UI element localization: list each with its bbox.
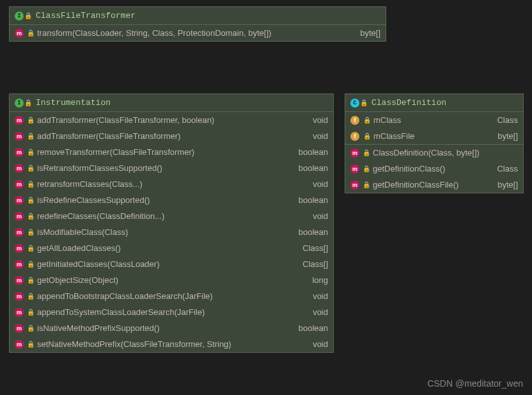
- class-title: ClassDefinition: [372, 98, 446, 108]
- member-signature: getInitiatedClasses(ClassLoader): [37, 259, 293, 269]
- lock-icon: 🔒: [27, 341, 35, 348]
- lock-icon: 🔒: [363, 181, 370, 188]
- member-row: f🔒mClassFilebyte[]: [345, 128, 523, 144]
- member-return-type: Class[]: [302, 259, 328, 269]
- member-return-type: void: [313, 339, 328, 349]
- member-row: m🔒isNativeMethodPrefixSupported()boolean: [10, 320, 333, 336]
- member-return-type: void: [313, 291, 328, 301]
- method-icon: m: [15, 260, 24, 269]
- method-icon: m: [15, 148, 24, 157]
- member-signature: removeTransformer(ClassFileTransformer): [37, 147, 290, 157]
- member-row: m🔒addTransformer(ClassFileTransformer, b…: [10, 112, 333, 128]
- member-row: m🔒isModifiableClass(Class)boolean: [10, 224, 333, 240]
- class-header: I🔒ClassFileTransformer: [10, 7, 386, 25]
- lock-icon: 🔒: [27, 133, 35, 140]
- method-icon: m: [15, 276, 24, 285]
- member-return-type: Class[]: [302, 243, 328, 253]
- members-list: m🔒transform(ClassLoader, String, Class, …: [10, 25, 386, 41]
- member-signature: isRedefineClassesSupported(): [37, 195, 290, 205]
- member-row: m🔒setNativeMethodPrefix(ClassFileTransfo…: [10, 336, 333, 352]
- interface-icon: I: [15, 99, 24, 108]
- interface-icon: I: [15, 12, 24, 20]
- member-row: m🔒getDefinitionClassFile()byte[]: [345, 177, 523, 193]
- method-icon: m: [15, 164, 24, 173]
- member-signature: mClassFile: [373, 131, 489, 141]
- member-row: m🔒transform(ClassLoader, String, Class, …: [10, 25, 386, 41]
- member-return-type: void: [313, 115, 328, 125]
- members-list: m🔒addTransformer(ClassFileTransformer, b…: [10, 112, 333, 352]
- class-header: I🔒Instrumentation: [10, 94, 333, 112]
- method-icon: m: [15, 324, 24, 333]
- class-box-classfiletransformer: I🔒ClassFileTransformerm🔒transform(ClassL…: [9, 6, 386, 42]
- member-row: m🔒retransformClasses(Class...)void: [10, 176, 333, 192]
- member-return-type: boolean: [299, 163, 328, 173]
- lock-icon: 🔒: [27, 309, 35, 316]
- method-icon: m: [15, 308, 24, 317]
- member-signature: getAllLoadedClasses(): [37, 243, 293, 253]
- member-return-type: boolean: [299, 323, 328, 333]
- lock-icon: 🔒: [27, 165, 35, 172]
- method-icon: m: [350, 149, 359, 157]
- class-title: Instrumentation: [36, 98, 111, 108]
- watermark: CSDN @meditator_wen: [427, 378, 523, 389]
- lock-icon: 🔒: [27, 261, 35, 268]
- lock-icon: 🔒: [27, 117, 35, 124]
- member-signature: retransformClasses(Class...): [37, 179, 304, 189]
- member-return-type: void: [313, 211, 328, 221]
- member-row: f🔒mClassClass: [345, 112, 523, 128]
- member-return-type: byte[]: [497, 131, 518, 141]
- member-signature: isNativeMethodPrefixSupported(): [37, 323, 290, 333]
- member-row: m🔒isRetransformClassesSupported()boolean: [10, 160, 333, 176]
- member-signature: getDefinitionClassFile(): [373, 180, 489, 189]
- member-signature: getDefinitionClass(): [373, 164, 488, 173]
- method-icon: m: [15, 116, 24, 125]
- method-icon: m: [15, 29, 24, 38]
- class-box-classdefinition: C🔒ClassDefinitionf🔒mClassClassf🔒mClassFi…: [345, 93, 524, 193]
- member-return-type: void: [313, 179, 328, 189]
- method-icon: m: [350, 165, 359, 173]
- method-icon: m: [15, 244, 24, 253]
- member-return-type: boolean: [299, 147, 328, 157]
- member-signature: getObjectSize(Object): [37, 275, 303, 285]
- lock-icon: 🔒: [27, 197, 35, 204]
- member-signature: ClassDefinition(Class, byte[]): [373, 148, 518, 157]
- method-icon: m: [15, 196, 24, 205]
- method-icon: m: [15, 212, 24, 221]
- method-icon: m: [15, 180, 24, 189]
- lock-icon: 🔒: [27, 293, 35, 300]
- member-signature: appendToBootstrapClassLoaderSearch(JarFi…: [37, 291, 304, 301]
- method-icon: m: [15, 228, 24, 237]
- member-signature: isModifiableClass(Class): [37, 227, 290, 237]
- member-row: m🔒appendToBootstrapClassLoaderSearch(Jar…: [10, 288, 333, 304]
- member-return-type: boolean: [299, 195, 328, 205]
- member-signature: mClass: [373, 115, 488, 125]
- member-return-type: Class: [497, 164, 518, 173]
- member-row: m🔒appendToSystemClassLoaderSearch(JarFil…: [10, 304, 333, 320]
- lock-icon: 🔒: [24, 99, 32, 107]
- members-list: f🔒mClassClassf🔒mClassFilebyte[]m🔒ClassDe…: [345, 112, 523, 193]
- member-signature: appendToSystemClassLoaderSearch(JarFile): [37, 307, 304, 317]
- member-signature: setNativeMethodPrefix(ClassFileTransform…: [37, 339, 304, 349]
- field-icon: f: [350, 116, 359, 125]
- member-row: m🔒addTransformer(ClassFileTransformer)vo…: [10, 128, 333, 144]
- member-row: m🔒getDefinitionClass()Class: [345, 161, 523, 177]
- member-signature: addTransformer(ClassFileTransformer, boo…: [37, 115, 304, 125]
- lock-icon: 🔒: [360, 99, 368, 107]
- member-row: m🔒getInitiatedClasses(ClassLoader)Class[…: [10, 256, 333, 272]
- member-row: m🔒getObjectSize(Object)long: [10, 272, 333, 288]
- member-signature: redefineClasses(ClassDefinition...): [37, 211, 304, 221]
- class-title: ClassFileTransformer: [36, 11, 136, 20]
- member-return-type: Class: [497, 115, 518, 125]
- class-icon: C: [350, 99, 359, 108]
- lock-icon: 🔒: [27, 213, 35, 220]
- member-row: m🔒getAllLoadedClasses()Class[]: [10, 240, 333, 256]
- member-return-type: byte[]: [360, 28, 380, 38]
- member-row: m🔒ClassDefinition(Class, byte[]): [345, 145, 523, 161]
- member-row: m🔒redefineClasses(ClassDefinition...)voi…: [10, 208, 333, 224]
- lock-icon: 🔒: [363, 165, 370, 172]
- class-header: C🔒ClassDefinition: [345, 94, 523, 112]
- member-return-type: long: [312, 275, 328, 285]
- field-icon: f: [350, 132, 359, 141]
- lock-icon: 🔒: [27, 277, 35, 284]
- member-return-type: void: [313, 307, 328, 317]
